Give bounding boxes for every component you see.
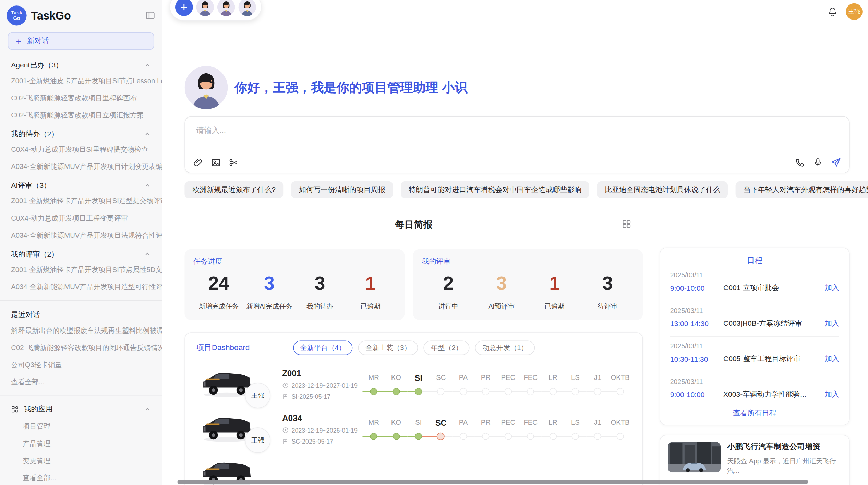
dashboard-filter-pill[interactable]: 年型（2）: [424, 340, 470, 355]
layout-grid-icon[interactable]: [622, 219, 631, 228]
project-date-range: 2023-12-19~2027-01-19: [291, 382, 357, 389]
attach-file-icon[interactable]: [193, 157, 204, 168]
news-card[interactable]: 小鹏飞行汽车制造公司增资 天眼查 App 显示，近日广州汇天飞行汽...: [660, 435, 850, 485]
recent-chat-item[interactable]: 解释最新出台的欧盟报废车法规再生塑料比例被调至15%...: [0, 322, 162, 339]
join-meeting-link[interactable]: 加入: [825, 319, 839, 328]
suggestion-chip[interactable]: 比亚迪全固态电池计划具体说了什么: [597, 181, 728, 198]
join-meeting-link[interactable]: 加入: [825, 283, 839, 293]
section-label: Agent已办（3）: [11, 60, 63, 70]
join-meeting-link[interactable]: 加入: [825, 354, 839, 364]
milestone-dot: [505, 433, 512, 440]
news-title: 小鹏飞行汽车制造公司增资: [727, 442, 841, 452]
sidebar-item[interactable]: A034-全新新能源MUV产品开发项目计划变更表编写: [0, 158, 162, 175]
clock-icon: [282, 382, 289, 389]
new-chat-button[interactable]: ＋ 新对话: [8, 32, 154, 50]
app-sub-item[interactable]: 变更管理: [0, 452, 162, 470]
milestone-label: PEC: [497, 374, 519, 385]
sidebar-item[interactable]: A034-全新新能源MUV产品开发项目造型可行性评审: [0, 278, 162, 296]
assistant-avatar: [184, 66, 228, 109]
app-sub-item[interactable]: 查看全部...: [0, 470, 162, 485]
milestone: LR: [542, 419, 564, 445]
sidebar-section-header[interactable]: Agent已办（3）: [0, 55, 162, 73]
stat-label: 已逾期: [528, 302, 581, 311]
view-all-schedule-link[interactable]: 查看所有日程: [660, 408, 849, 418]
milestone: PEC: [497, 374, 519, 400]
recent-chat-item[interactable]: 公司Q3轻卡销量: [0, 357, 162, 374]
assistant-greeting: 你好，王强，我是你的项目管理助理 小识: [184, 65, 849, 110]
project-owner-badge: 王强: [245, 383, 270, 408]
chevron-up-icon: [144, 182, 150, 189]
briefing-card: 我的评审2进行中3AI预评审1已逾期3待评审: [413, 249, 643, 320]
screenshot-scissors-icon[interactable]: [228, 157, 239, 168]
sidebar-section-header[interactable]: 我的待办（2）: [0, 124, 162, 141]
milestone: OKTB: [609, 374, 631, 400]
milestone: SC: [430, 419, 452, 445]
clock-icon: [282, 427, 289, 434]
sidebar-item[interactable]: C0X4-动力总成开发项目SI里程碑提交物检查: [0, 141, 162, 158]
recent-chat-item[interactable]: 查看全部...: [0, 374, 162, 391]
sidebar-section-header[interactable]: AI评审（3）: [0, 176, 162, 193]
project-flag-date: SI-2025-05-17: [291, 393, 330, 400]
milestone-label: J1: [587, 374, 609, 385]
milestone-label: FEC: [519, 374, 542, 385]
project-car-image: 王强: [200, 367, 253, 398]
chat-composer: [184, 116, 849, 174]
app-sub-item[interactable]: 产品管理: [0, 435, 162, 452]
dashboard-filter-pill[interactable]: 动总开发（1）: [475, 340, 535, 355]
chat-input[interactable]: [195, 125, 807, 152]
join-meeting-link[interactable]: 加入: [825, 389, 839, 399]
milestone-label: PEC: [497, 419, 519, 430]
sidebar-section-header[interactable]: 我的评审（2）: [0, 244, 162, 261]
sidebar-item[interactable]: C02-飞腾新能源轻客改款项目里程碑画布: [0, 90, 162, 107]
section-label: AI评审（3）: [11, 181, 51, 190]
stat-label: AI预评审: [475, 302, 528, 311]
project-flag: SC-2025-05-17: [282, 438, 358, 445]
horizontal-scrollbar[interactable]: [177, 480, 808, 484]
milestone-label: MR: [362, 419, 385, 430]
suggestion-chip[interactable]: 欧洲新规最近颁布了什么?: [184, 181, 283, 198]
stat: 3待评审: [581, 272, 634, 311]
sidebar-item[interactable]: A034-全新新能源MUV产品开发项目法规符合性评审: [0, 227, 162, 244]
voice-call-icon[interactable]: [795, 157, 806, 168]
sidebar-item[interactable]: Z001-全新燃油轻卡产品开发项目SI节点属性5D文件评审: [0, 261, 162, 278]
milestone: KO: [385, 374, 407, 400]
milestone-dot: [527, 433, 534, 440]
apps-grid-icon: [11, 406, 19, 413]
suggestion-chip[interactable]: 当下年轻人对汽车外观有怎样的喜好趋势: [736, 181, 868, 198]
schedule-item: 2025/03/119:00-10:00C001-立项审批会加入: [660, 266, 849, 293]
milestone: LR: [542, 374, 564, 400]
milestone: PR: [474, 419, 497, 445]
project-date-range: 2023-12-19~2026-01-19: [291, 427, 357, 434]
sidebar-item[interactable]: Z001-全新燃油皮卡产品开发项目SI节点Lesson Learn报告: [0, 73, 162, 90]
schedule-event: C001-立项审批会: [723, 283, 820, 293]
project-flag-date: SC-2025-05-17: [291, 438, 333, 445]
milestone-dot: [617, 433, 624, 440]
collapse-sidebar-icon[interactable]: [145, 11, 155, 21]
suggestion-chip[interactable]: 特朗普可能对进口汽车增税会对中国车企造成哪些影响: [401, 181, 589, 198]
insert-image-icon[interactable]: [210, 157, 221, 168]
dashboard-filter-pill[interactable]: 全新平台（4）: [293, 340, 353, 355]
project-row[interactable]: 王强Z0012023-12-19~2027-01-19SI-2025-05-17…: [196, 367, 631, 400]
sidebar-item[interactable]: C0X4-动力总成开发项目工程变更评审: [0, 210, 162, 227]
logo-text-2: Go: [13, 15, 20, 21]
app-title: TaskGo: [31, 9, 141, 22]
milestone-dot: [393, 388, 400, 395]
project-row[interactable]: 王强A0342023-12-19~2026-01-19SC-2025-05-17…: [196, 412, 631, 445]
milestone-label: FEC: [519, 419, 542, 430]
schedule-item: 2025/03/1110:30-11:30C005-整车工程目标评审加入: [660, 337, 849, 364]
sidebar-item[interactable]: C02-飞腾新能源轻客改款项目立项汇报方案: [0, 107, 162, 124]
send-icon[interactable]: [830, 157, 841, 168]
microphone-icon[interactable]: [812, 157, 823, 168]
milestone-label: PA: [452, 419, 474, 430]
schedule-title: 日程: [660, 256, 849, 266]
dashboard-filter-pill[interactable]: 全新上装（3）: [358, 340, 418, 355]
schedule-event: C003|H0B-方案冻结评审: [723, 319, 820, 328]
sidebar-item-my-apps[interactable]: 我的应用: [0, 400, 162, 418]
chevron-up-icon: [144, 251, 150, 257]
sidebar-item[interactable]: Z001-全新燃油轻卡产品开发项目SI造型提交物评审: [0, 193, 162, 210]
logo-text-1: Task: [11, 10, 22, 15]
recent-chat-item[interactable]: C02-飞腾新能源轻客改款项目的闭环通告反馈情况: [0, 339, 162, 357]
project-name: A034: [282, 413, 358, 422]
suggestion-chip[interactable]: 如何写一份清晰的项目周报: [291, 181, 393, 198]
app-sub-item[interactable]: 项目管理: [0, 418, 162, 435]
